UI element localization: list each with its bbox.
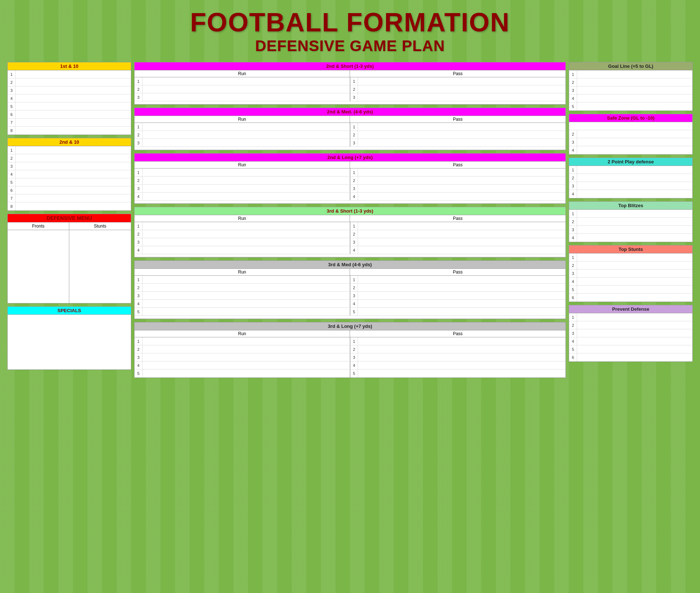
table-row: 3: [569, 329, 692, 337]
second-short-header: 2nd & Short (1-3 yds): [135, 62, 565, 70]
page-title-block: FOOTBALL FORMATION DEFENSIVE GAME PLAN: [7, 7, 693, 55]
table-row: 3: [569, 270, 692, 278]
table-row: 1: [8, 70, 131, 78]
second-10-header: 2nd & 10: [8, 138, 131, 146]
table-row: 4: [569, 337, 692, 345]
table-row: 4: [569, 146, 692, 154]
table-row: 44: [135, 300, 565, 308]
run-label: Run: [135, 215, 350, 222]
table-row: 33: [135, 238, 565, 246]
third-short-header: 3rd & Short (1-3 yds): [135, 207, 565, 215]
top-stunts-header: Top Stunts: [569, 245, 692, 253]
specials-section: SPECIALS: [7, 306, 131, 370]
run-label: Run: [135, 330, 350, 337]
two-point-header: 2 Point Play defense: [569, 158, 692, 166]
table-row: 44: [135, 361, 565, 369]
second-med-section: 2nd & Med. (4-6 yds) Run Pass 11 22 33: [134, 108, 566, 150]
table-row: 1: [8, 146, 131, 154]
table-row: 5: [569, 102, 692, 111]
table-row: 4: [8, 170, 131, 178]
second-10-section: 2nd & 10 1 2 3 4 5 6 7 8: [7, 138, 131, 211]
spacer: [135, 101, 565, 104]
safe-zone-section: Safe Zone (GL to -10) 2 3 4: [569, 114, 693, 155]
table-row: 6: [8, 186, 131, 194]
table-row: 6: [569, 294, 692, 302]
table-row: 3: [569, 182, 692, 190]
table-row: 1: [569, 166, 692, 174]
table-row: 4: [569, 278, 692, 286]
run-label: Run: [135, 269, 350, 275]
spacer: [135, 201, 565, 204]
table-row: 6: [8, 111, 131, 119]
table-row: 2: [8, 78, 131, 86]
two-point-section: 2 Point Play defense 1 2 3 4: [569, 158, 693, 198]
goal-line-section: Goal Line (+5 to GL) 1 2 3 4 5: [569, 62, 693, 111]
table-row: 2: [8, 154, 131, 162]
table-row: 7: [8, 119, 131, 127]
run-pass-header: Run Pass: [135, 215, 565, 222]
third-med-header: 3rd & Med (4-6 yds): [135, 261, 565, 269]
second-long-header: 2nd & Long (+7 yds): [135, 154, 565, 162]
table-row: 2: [569, 218, 692, 226]
table-row: 8: [8, 127, 131, 135]
pass-label: Pass: [350, 330, 565, 337]
table-row: 33: [135, 353, 565, 361]
defensive-menu-header: DEFENSIVE MENU: [8, 214, 131, 222]
second-med-header: 2nd & Med. (4-6 yds): [135, 108, 565, 116]
center-column: 2nd & Short (1-3 yds) Run Pass 11 22 33 …: [134, 62, 566, 378]
table-row: 11: [135, 123, 565, 131]
table-row: 7: [8, 194, 131, 202]
third-short-section: 3rd & Short (1-3 yds) Run Pass 11 22 33 …: [134, 207, 566, 257]
table-row: 55: [135, 308, 565, 316]
table-row: 2: [569, 174, 692, 182]
table-row: [569, 122, 692, 130]
table-row: 1: [569, 253, 692, 261]
third-med-section: 3rd & Med (4-6 yds) Run Pass 11 22 33 44…: [134, 260, 566, 319]
table-row: 11: [135, 222, 565, 230]
table-row: 11: [135, 77, 565, 85]
right-column: Goal Line (+5 to GL) 1 2 3 4 5 Safe Zone…: [569, 62, 693, 378]
run-label: Run: [135, 116, 350, 123]
spacer: [135, 316, 565, 319]
table-row: 1: [569, 313, 692, 321]
table-row: 8: [8, 202, 131, 210]
table-row: 4: [569, 94, 692, 102]
table-row: 1: [569, 210, 692, 218]
table-row: 2: [569, 78, 692, 86]
main-layout: 1st & 10 1 2 3 4 5 6 7 8 2nd & 10 1 2 3 …: [7, 62, 693, 378]
run-pass-header: Run Pass: [135, 70, 565, 77]
table-row: 33: [135, 139, 565, 147]
fronts-stunts-header: Fronts Stunts: [8, 222, 131, 230]
table-row: 33: [135, 292, 565, 300]
specials-header: SPECIALS: [8, 307, 131, 315]
table-row: 11: [135, 168, 565, 177]
top-blitzes-header: Top Blitzes: [569, 202, 692, 210]
table-row: 33: [135, 93, 565, 101]
stunts-body[interactable]: [69, 230, 131, 303]
sub-title: DEFENSIVE GAME PLAN: [7, 37, 693, 55]
fronts-stunts-body: [8, 230, 131, 303]
top-blitzes-section: Top Blitzes 1 2 3 4: [569, 201, 693, 242]
spacer: [135, 147, 565, 150]
table-row: 22: [135, 131, 565, 139]
specials-body[interactable]: [8, 315, 131, 369]
table-row: 5: [569, 345, 692, 353]
first-10-section: 1st & 10 1 2 3 4 5 6 7 8: [7, 62, 131, 135]
table-row: 44: [135, 246, 565, 254]
third-long-section: 3rd & Long (+7 yds) Run Pass 11 22 33 44…: [134, 322, 566, 378]
run-pass-header: Run Pass: [135, 330, 565, 337]
table-row: 4: [8, 94, 131, 102]
run-pass-header: Run Pass: [135, 269, 565, 276]
table-row: 3: [569, 86, 692, 94]
pass-label: Pass: [350, 70, 565, 77]
table-row: 5: [8, 178, 131, 186]
pass-label: Pass: [350, 215, 565, 222]
table-row: 3: [8, 162, 131, 170]
run-pass-header: Run Pass: [135, 116, 565, 123]
pass-label: Pass: [350, 269, 565, 275]
table-row: 3: [569, 226, 692, 234]
fronts-body[interactable]: [8, 230, 69, 303]
run-label: Run: [135, 70, 350, 77]
table-row: 2: [569, 130, 692, 138]
third-long-header: 3rd & Long (+7 yds): [135, 322, 565, 330]
